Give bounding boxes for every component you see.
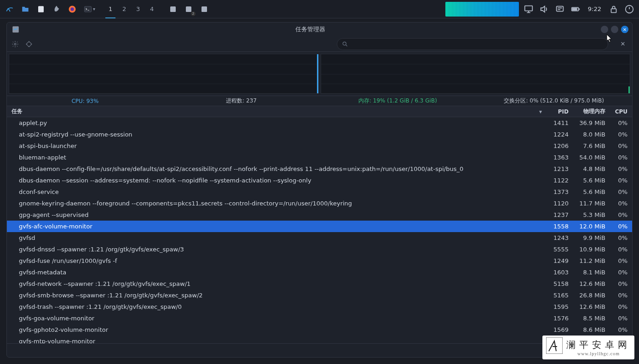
close-search-icon[interactable]: ✕ <box>618 40 627 49</box>
process-pid: 1603 <box>545 269 572 276</box>
process-row[interactable]: applet.py141136.9 MiB0% <box>7 117 632 129</box>
memory-stat: 内存: 19% (1.2 GiB / 6.3 GiB) <box>320 97 476 105</box>
process-memory: 5.6 MiB <box>572 177 609 184</box>
memory-graph[interactable] <box>321 54 631 94</box>
svg-rect-0 <box>38 6 44 12</box>
process-row[interactable]: gnome-keyring-daemon --foreground --comp… <box>7 198 632 209</box>
process-row[interactable]: gvfsd-smb-browse --spawner :1.21 /org/gt… <box>7 290 632 301</box>
settings-icon[interactable] <box>12 40 19 48</box>
process-name: gvfs-goa-volume-monitor <box>7 315 545 322</box>
workspace-1[interactable]: 1 <box>104 2 117 16</box>
process-pid: 1558 <box>545 223 572 230</box>
process-name: applet.py <box>7 119 545 126</box>
text-editor-icon[interactable] <box>35 3 47 15</box>
process-name: at-spi-bus-launcher <box>7 142 545 149</box>
firefox-icon[interactable] <box>66 3 78 15</box>
svg-point-2 <box>70 7 74 11</box>
process-cpu: 0% <box>609 326 632 333</box>
display-icon[interactable] <box>524 4 534 14</box>
workspace-2[interactable]: 2 <box>117 2 131 16</box>
search-input[interactable] <box>337 38 608 50</box>
cpu-graph[interactable] <box>9 54 319 94</box>
process-name: dbus-daemon --session --address=systemd:… <box>7 177 545 184</box>
process-row[interactable]: gvfs-goa-volume-monitor15768.5 MiB0% <box>7 313 632 324</box>
process-cpu: 0% <box>609 165 632 172</box>
process-name: gvfsd-dnssd --spawner :1.21 /org/gtk/gvf… <box>7 246 545 253</box>
svg-rect-10 <box>572 8 576 10</box>
sort-arrow-icon: ▾ <box>539 108 542 115</box>
process-name: blueman-applet <box>7 154 545 161</box>
swap-stat: 交换分区: 0% (512.0 KiB / 975.0 MiB) <box>476 97 632 105</box>
taskbar-app-2[interactable]: 2 <box>183 3 195 15</box>
process-pid: 5165 <box>545 292 572 299</box>
taskbar-app-1[interactable] <box>167 3 179 15</box>
svg-point-16 <box>343 42 346 45</box>
notification-icon[interactable] <box>555 4 565 14</box>
process-pid: 1249 <box>545 257 572 264</box>
process-cpu: 0% <box>609 280 632 287</box>
maximize-button[interactable] <box>611 26 618 33</box>
process-row[interactable]: gvfs-afc-volume-monitor155812.0 MiB0% <box>7 221 632 232</box>
column-memory[interactable]: 物理内存 <box>572 108 609 115</box>
process-row[interactable]: dbus-daemon --session --address=systemd:… <box>7 175 632 186</box>
process-row[interactable]: at-spi-bus-launcher12067.6 MiB0% <box>7 140 632 152</box>
column-cpu[interactable]: CPU <box>609 108 632 115</box>
process-memory: 26.8 MiB <box>572 292 609 299</box>
process-row[interactable]: blueman-applet136354.0 MiB0% <box>7 152 632 163</box>
process-pid: 1363 <box>545 154 572 161</box>
leaf-icon[interactable] <box>51 3 63 15</box>
svg-rect-8 <box>556 6 563 11</box>
process-cpu: 0% <box>609 211 632 218</box>
process-pid: 1237 <box>545 211 572 218</box>
process-name: gvfsd-network --spawner :1.21 /org/gtk/g… <box>7 280 545 287</box>
process-pid: 5158 <box>545 280 572 287</box>
process-cpu: 0% <box>609 142 632 149</box>
process-cpu: 0% <box>609 223 632 230</box>
process-row[interactable]: gvfsd-dnssd --spawner :1.21 /org/gtk/gvf… <box>7 244 632 255</box>
clock[interactable]: 9:22 <box>586 6 603 12</box>
process-row[interactable]: gvfsd-network --spawner :1.21 /org/gtk/g… <box>7 278 632 290</box>
workspace-4[interactable]: 4 <box>145 2 159 16</box>
process-row[interactable]: gvfsd-fuse /run/user/1000/gvfs -f124911.… <box>7 255 632 267</box>
performance-graph[interactable] <box>445 2 519 17</box>
process-memory: 9.9 MiB <box>572 234 609 241</box>
process-row[interactable]: at-spi2-registryd --use-gnome-session122… <box>7 129 632 140</box>
process-cpu: 0% <box>609 119 632 126</box>
process-pid: 1243 <box>545 234 572 241</box>
column-task[interactable]: 任务 ▾ <box>7 108 545 115</box>
minimize-button[interactable] <box>601 26 608 33</box>
process-pid: 1373 <box>545 188 572 195</box>
volume-icon[interactable] <box>539 4 549 14</box>
process-name: gvfs-mtp-volume-monitor <box>7 338 545 343</box>
kali-menu-icon[interactable] <box>4 3 16 15</box>
process-pid: 1213 <box>545 165 572 172</box>
taskbar-app-3[interactable] <box>198 3 210 15</box>
power-icon[interactable] <box>624 4 634 14</box>
process-name: gvfsd-metadata <box>7 269 545 276</box>
lock-icon[interactable] <box>609 4 619 14</box>
process-pid: 1224 <box>545 131 572 138</box>
process-row[interactable]: dconf-service13735.6 MiB0% <box>7 186 632 198</box>
process-cpu: 0% <box>609 257 632 264</box>
column-pid[interactable]: PID <box>545 108 572 115</box>
workspace-3[interactable]: 3 <box>131 2 145 16</box>
watermark-logo-icon <box>546 337 563 358</box>
target-icon[interactable] <box>25 40 33 48</box>
process-row[interactable]: gvfs-gphoto2-volume-monitor15698.6 MiB0% <box>7 324 632 336</box>
process-row[interactable]: dbus-daemon --config-file=/usr/share/def… <box>7 163 632 175</box>
battery-icon[interactable] <box>570 4 581 14</box>
process-memory: 36.9 MiB <box>572 119 609 126</box>
process-name: gvfsd-smb-browse --spawner :1.21 /org/gt… <box>7 292 545 299</box>
process-name: at-spi2-registryd --use-gnome-session <box>7 131 545 138</box>
process-row[interactable]: gvfs-mtp-volume-monitor15538.3 MiB0% <box>7 336 632 343</box>
file-manager-icon[interactable] <box>19 3 31 15</box>
titlebar[interactable]: 任务管理器 ✕ <box>7 23 632 36</box>
close-button[interactable]: ✕ <box>621 26 628 33</box>
process-row[interactable]: gvfsd-metadata16038.1 MiB0% <box>7 267 632 278</box>
process-row[interactable]: gvfsd12439.9 MiB0% <box>7 232 632 244</box>
process-row[interactable]: gvfsd-trash --spawner :1.21 /org/gtk/gvf… <box>7 301 632 313</box>
terminal-icon[interactable]: ▾ <box>82 3 97 15</box>
svg-rect-11 <box>611 9 616 12</box>
process-list[interactable]: applet.py141136.9 MiB0%at-spi2-registryd… <box>7 117 632 343</box>
process-row[interactable]: gpg-agent --supervised12375.3 MiB0% <box>7 209 632 221</box>
